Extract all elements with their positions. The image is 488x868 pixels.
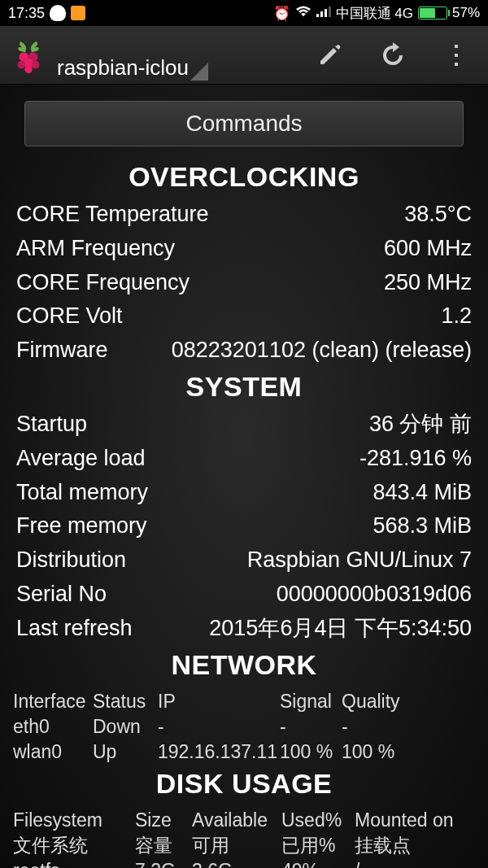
dropdown-indicator-icon[interactable] bbox=[190, 63, 208, 81]
disk-table: Filesystem Size Available Used% Mounted … bbox=[0, 805, 488, 868]
net-h-interface: Interface bbox=[13, 689, 93, 714]
core-temp-value: 38.5°C bbox=[404, 199, 472, 230]
disk-used: 49% bbox=[281, 858, 355, 868]
section-title-network: NETWORK bbox=[0, 649, 488, 681]
core-temp-label: CORE Temperature bbox=[16, 199, 209, 230]
disk-h-size: Size bbox=[135, 808, 192, 833]
svg-rect-10 bbox=[455, 45, 458, 48]
disk-h-used-zh: 已用% bbox=[281, 833, 355, 858]
section-title-system: SYSTEM bbox=[0, 371, 488, 403]
net-h-quality: Quality bbox=[342, 689, 475, 714]
total-mem-value: 843.4 MiB bbox=[373, 478, 472, 508]
distribution-label: Distribution bbox=[16, 545, 126, 576]
battery-pct: 57% bbox=[452, 5, 480, 21]
disk-h-avail-zh: 可用 bbox=[192, 833, 281, 858]
row-free-mem: Free memory 568.3 MiB bbox=[0, 509, 488, 543]
disk-h-mount-zh: 挂载点 bbox=[355, 833, 475, 858]
section-title-disk: DISK USAGE bbox=[0, 768, 488, 800]
svg-rect-0 bbox=[316, 14, 319, 17]
avg-load-label: Average load bbox=[16, 443, 146, 474]
avg-load-value: -281.916 % bbox=[359, 443, 472, 474]
core-volt-label: CORE Volt bbox=[16, 301, 123, 332]
core-volt-value: 1.2 bbox=[441, 301, 472, 332]
app-title[interactable]: raspbian-iclou bbox=[57, 55, 189, 81]
disk-h-used: Used% bbox=[281, 808, 355, 833]
status-time: 17:35 bbox=[8, 5, 45, 22]
net-interface: wlan0 bbox=[13, 739, 93, 765]
net-h-status: Status bbox=[93, 689, 158, 714]
svg-rect-11 bbox=[455, 54, 458, 57]
qq-icon bbox=[50, 5, 66, 21]
row-last-refresh: Last refresh 2015年6月4日 下午5:34:50 bbox=[0, 612, 488, 646]
row-core-volt: CORE Volt 1.2 bbox=[0, 299, 488, 334]
startup-label: Startup bbox=[16, 409, 87, 440]
wifi-icon bbox=[295, 5, 312, 21]
svg-point-9 bbox=[24, 65, 33, 73]
row-startup: Startup 36 分钟 前 bbox=[0, 408, 488, 442]
network-row: eth0 Down - - - bbox=[13, 714, 475, 739]
free-mem-value: 568.3 MiB bbox=[373, 511, 472, 542]
row-serial: Serial No 00000000b0319d06 bbox=[0, 578, 488, 612]
commands-label: Commands bbox=[185, 111, 302, 137]
status-bar: 17:35 ⏰ 中国联通 4G 57% bbox=[0, 0, 488, 26]
content-scroll[interactable]: Commands OVERCLOCKING CORE Temperature 3… bbox=[0, 101, 488, 868]
network-header: Interface Status IP Signal Quality bbox=[13, 689, 475, 714]
startup-value: 36 分钟 前 bbox=[369, 409, 472, 440]
disk-row: rootfs 7.2G 3.6G 49% / bbox=[13, 858, 475, 868]
network-row: wlan0 Up 192.16.137.11 100 % 100 % bbox=[13, 739, 475, 765]
last-refresh-label: Last refresh bbox=[16, 613, 133, 644]
overflow-menu-button[interactable] bbox=[425, 26, 488, 84]
disk-h-size-zh: 容量 bbox=[135, 833, 192, 858]
pencil-icon bbox=[316, 41, 343, 69]
svg-rect-2 bbox=[325, 9, 327, 17]
svg-point-7 bbox=[18, 60, 26, 68]
disk-avail: 3.6G bbox=[192, 858, 281, 868]
alarm-icon: ⏰ bbox=[273, 5, 290, 22]
distribution-value: Raspbian GNU/Linux 7 bbox=[247, 545, 472, 576]
row-core-freq: CORE Frequency 250 MHz bbox=[0, 266, 488, 300]
more-vert-icon bbox=[453, 43, 460, 68]
net-status: Up bbox=[93, 739, 158, 765]
network-table: Interface Status IP Signal Quality eth0 … bbox=[0, 686, 488, 765]
row-core-temp: CORE Temperature 38.5°C bbox=[0, 198, 488, 232]
disk-header-zh: 文件系统 容量 可用 已用% 挂载点 bbox=[13, 833, 475, 858]
net-signal: - bbox=[280, 714, 342, 739]
svg-rect-12 bbox=[455, 63, 458, 66]
disk-h-mount: Mounted on bbox=[355, 808, 475, 833]
row-firmware: Firmware 08223201102 (clean) (release) bbox=[0, 334, 488, 368]
disk-h-fs: Filesystem bbox=[13, 808, 135, 833]
disk-fs: rootfs bbox=[13, 858, 135, 868]
total-mem-label: Total memory bbox=[16, 478, 148, 508]
serial-label: Serial No bbox=[16, 579, 107, 610]
signal-icon bbox=[316, 5, 331, 21]
svg-rect-3 bbox=[329, 7, 331, 17]
firmware-label: Firmware bbox=[16, 335, 108, 366]
net-signal: 100 % bbox=[280, 739, 342, 765]
arm-freq-value: 600 MHz bbox=[384, 233, 472, 264]
notification-icon bbox=[71, 6, 85, 20]
free-mem-label: Free memory bbox=[16, 511, 147, 542]
core-freq-value: 250 MHz bbox=[384, 268, 472, 299]
net-interface: eth0 bbox=[13, 714, 93, 739]
section-title-overclocking: OVERCLOCKING bbox=[0, 161, 488, 193]
commands-button[interactable]: Commands bbox=[24, 101, 464, 146]
net-quality: - bbox=[342, 714, 475, 739]
row-arm-freq: ARM Frequency 600 MHz bbox=[0, 232, 488, 266]
last-refresh-value: 2015年6月4日 下午5:34:50 bbox=[141, 613, 472, 644]
edit-button[interactable] bbox=[298, 26, 361, 84]
disk-header-en: Filesystem Size Available Used% Mounted … bbox=[13, 808, 475, 833]
net-h-signal: Signal bbox=[280, 689, 342, 714]
carrier-label: 中国联通 4G bbox=[336, 4, 413, 23]
serial-value: 00000000b0319d06 bbox=[277, 579, 472, 610]
disk-h-fs-zh: 文件系统 bbox=[13, 833, 135, 858]
battery-icon bbox=[418, 7, 447, 20]
core-freq-label: CORE Frequency bbox=[16, 268, 190, 299]
row-total-mem: Total memory 843.4 MiB bbox=[0, 476, 488, 510]
action-bar: raspbian-iclou bbox=[0, 26, 488, 85]
disk-mount: / bbox=[355, 858, 475, 868]
firmware-value: 08223201102 (clean) (release) bbox=[116, 335, 473, 366]
net-h-ip: IP bbox=[158, 689, 280, 714]
row-distribution: Distribution Raspbian GNU/Linux 7 bbox=[0, 543, 488, 578]
raspberry-pi-logo[interactable] bbox=[10, 37, 47, 74]
refresh-button[interactable] bbox=[361, 26, 425, 84]
